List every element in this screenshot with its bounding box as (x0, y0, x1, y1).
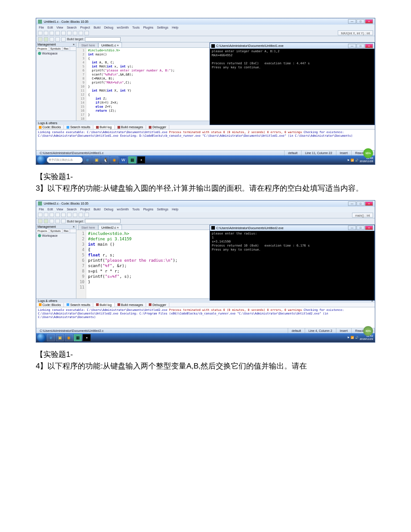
build-run-icon[interactable] (50, 37, 54, 42)
tray-flag-icon[interactable]: ⚑ (347, 336, 349, 339)
cut-icon[interactable] (67, 213, 71, 217)
log-tab-debugger[interactable]: Debugger (146, 303, 169, 307)
taskbar-codeblocks-icon[interactable]: ▦ (74, 334, 82, 341)
build-target-combo[interactable] (85, 219, 121, 223)
log-tab-debugger[interactable]: Debugger (146, 125, 169, 129)
maximize-button[interactable]: □ (356, 201, 365, 206)
taskbar-console-icon[interactable]: ▪ (137, 156, 145, 163)
menu-help[interactable]: Help (172, 208, 178, 211)
menu-edit[interactable]: Edit (47, 208, 53, 211)
log-tab-code-blocks[interactable]: Code::Blocks (36, 125, 64, 129)
copy-icon[interactable] (73, 31, 77, 35)
mgmt-tab-res[interactable]: Res (63, 47, 71, 50)
close-button[interactable]: × (365, 201, 373, 206)
console-max-button[interactable]: □ (356, 44, 365, 48)
maximize-button[interactable]: □ (356, 19, 365, 24)
workspace-node[interactable]: Workspace (38, 234, 74, 237)
menu-settings[interactable]: Settings (157, 26, 168, 29)
close-button[interactable]: × (365, 19, 373, 24)
log-tab-build-messages[interactable]: Build messages (115, 125, 146, 129)
tray-network-icon[interactable]: 📶 (351, 336, 354, 339)
minimize-button[interactable]: — (348, 19, 356, 24)
menu-plugins[interactable]: Plugins (143, 208, 153, 211)
taskbar-word-icon[interactable]: W (119, 156, 127, 163)
panel-close-icon[interactable]: × (73, 43, 75, 46)
taskbar-console-icon[interactable]: ▪ (83, 334, 91, 341)
taskbar-codeblocks-icon[interactable]: ▦ (128, 156, 136, 163)
menu-help[interactable]: Help (172, 26, 178, 29)
taskbar-browser-icon[interactable]: ◉ (65, 334, 73, 341)
build-icon[interactable] (38, 219, 42, 223)
build-run-icon[interactable] (50, 219, 54, 223)
find-icon[interactable] (84, 31, 89, 35)
minimize-button[interactable]: — (348, 201, 356, 206)
tab-close-icon[interactable]: × (117, 226, 119, 229)
symbol-breadcrumb[interactable]: MAX(int X, int Y) : int (338, 30, 373, 35)
new-icon[interactable] (38, 31, 42, 35)
taskbar-search[interactable]: 查子闪算注释的头条 (47, 157, 83, 163)
log-tab-code-blocks[interactable]: Code::Blocks (36, 303, 64, 307)
abort-icon[interactable] (61, 219, 66, 223)
menu-debug[interactable]: Debug (104, 26, 113, 29)
find-icon[interactable] (84, 213, 89, 217)
log-tab-build-messages[interactable]: Build messages (115, 303, 146, 307)
panel-close-icon[interactable]: × (73, 225, 75, 228)
console-close-button[interactable]: × (365, 44, 373, 48)
open-icon[interactable] (44, 213, 48, 217)
tab-active-file[interactable]: Untitled1.c × (98, 42, 122, 47)
tray-sound-icon[interactable]: 🔊 (355, 159, 358, 162)
menu-tools[interactable]: Tools (132, 208, 139, 211)
menu-debug[interactable]: Debug (104, 208, 113, 211)
menu-search[interactable]: Search (67, 208, 76, 211)
abort-icon[interactable] (61, 37, 66, 42)
save-icon[interactable] (50, 213, 54, 217)
menu-settings[interactable]: Settings (157, 208, 168, 211)
taskbar-explorer-icon[interactable]: ▣ (56, 334, 64, 341)
workspace-node[interactable]: Workspace (38, 52, 74, 55)
mgmt-tab-symbols[interactable]: Symbols (49, 47, 63, 50)
start-orb[interactable] (37, 333, 46, 342)
run-icon[interactable] (44, 37, 48, 42)
symbol-breadcrumb[interactable]: main() : int (352, 213, 373, 218)
menu-wxsmith[interactable]: wxSmith (117, 208, 129, 211)
mgmt-tab-res[interactable]: Res (63, 229, 71, 233)
menu-file[interactable]: File (39, 208, 44, 211)
console-max-button[interactable]: □ (356, 226, 365, 230)
mgmt-tab-projects[interactable]: Projects (36, 229, 49, 233)
mgmt-tab-projects[interactable]: Projects (36, 47, 49, 50)
tab-close-icon[interactable]: × (117, 44, 119, 47)
taskbar-ie-icon[interactable]: e (47, 334, 55, 341)
log-tab-search-results[interactable]: Search results (64, 303, 93, 307)
menu-build[interactable]: Build (93, 208, 101, 211)
build-icon[interactable] (38, 37, 42, 42)
log-tab-search-results[interactable]: Search results (64, 125, 93, 129)
menu-tools[interactable]: Tools (132, 26, 139, 29)
tray-network-icon[interactable]: 📶 (351, 159, 354, 162)
menu-build[interactable]: Build (93, 26, 101, 29)
menu-view[interactable]: View (56, 26, 63, 29)
log-tab-build-log[interactable]: Build log (93, 303, 115, 307)
menu-view[interactable]: View (56, 208, 63, 211)
save-icon[interactable] (50, 31, 54, 35)
menu-edit[interactable]: Edit (47, 26, 53, 29)
taskbar-explorer-icon[interactable]: ▣ (92, 156, 101, 163)
run-icon[interactable] (44, 219, 48, 223)
menu-file[interactable]: File (39, 26, 44, 29)
cut-icon[interactable] (67, 31, 71, 35)
log-tab-build-log[interactable]: Build log (93, 125, 115, 129)
mgmt-tab-symbols[interactable]: Symbols (49, 229, 63, 233)
undo-icon[interactable] (55, 31, 60, 35)
tab-start-here[interactable]: Start here (78, 42, 98, 47)
start-orb[interactable] (37, 155, 46, 164)
redo-icon[interactable] (61, 213, 66, 217)
taskbar-ie-icon[interactable]: e (84, 156, 92, 163)
open-icon[interactable] (44, 31, 48, 35)
tray-sound-icon[interactable]: 🔊 (355, 336, 358, 339)
redo-icon[interactable] (61, 31, 66, 35)
console-min-button[interactable]: — (348, 44, 356, 48)
build-target-combo[interactable] (85, 37, 121, 42)
taskbar-browser-icon[interactable]: ◉ (110, 156, 118, 163)
tray-flag-icon[interactable]: ⚑ (347, 159, 349, 162)
undo-icon[interactable] (55, 213, 60, 217)
menu-wxsmith[interactable]: wxSmith (117, 26, 129, 29)
